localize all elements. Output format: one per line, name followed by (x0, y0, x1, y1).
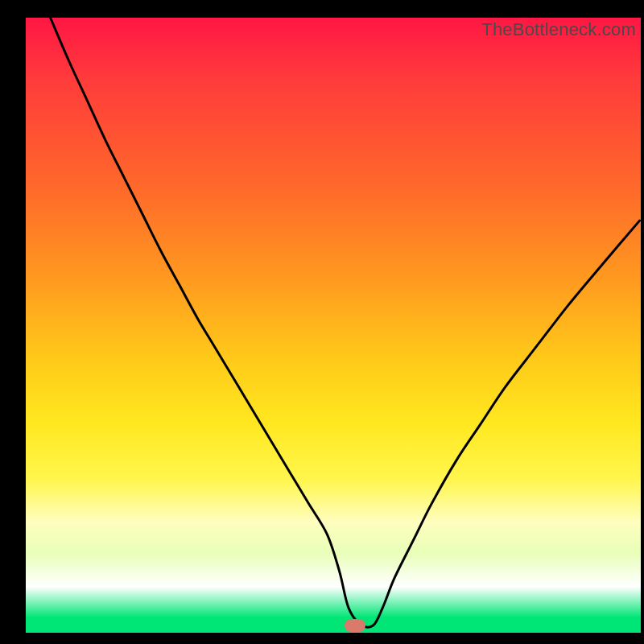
optimal-marker (345, 619, 365, 632)
chart-frame: TheBottleneck.com (0, 0, 644, 644)
plot-area: TheBottleneck.com (26, 18, 641, 633)
curve-layer (26, 18, 641, 633)
bottleneck-curve (51, 18, 640, 627)
